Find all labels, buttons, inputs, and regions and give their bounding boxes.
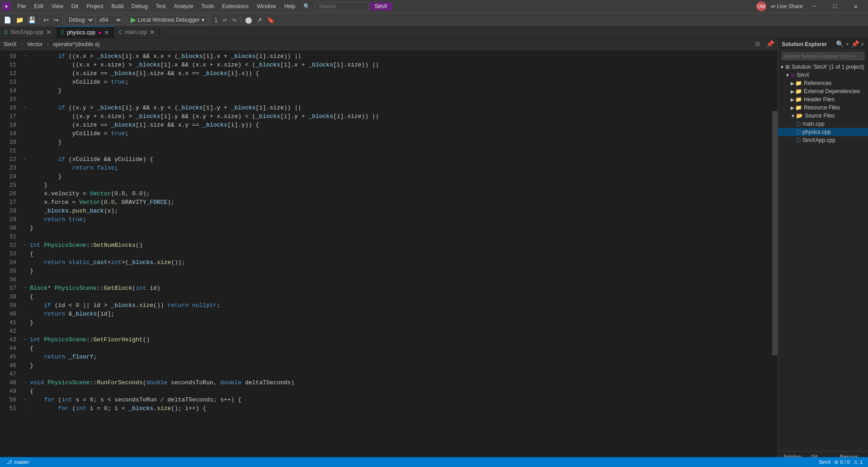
breakpoint-btn[interactable]: ⬤	[243, 15, 254, 24]
code-text: yCollide = true;	[30, 129, 128, 138]
tab-close-main[interactable]: ✕	[150, 28, 155, 36]
tab-close-physics[interactable]: ✕	[104, 29, 109, 36]
tree-label: Solution 'SimX' (1 of 1 project)	[792, 64, 864, 70]
fold-icon: −	[24, 396, 30, 404]
menu-project[interactable]: Project	[83, 2, 107, 10]
platform-select[interactable]: x64	[95, 15, 123, 25]
code-line	[24, 146, 772, 155]
config-select[interactable]: Debug	[65, 15, 94, 25]
se-pin-icon[interactable]: 📌	[851, 40, 859, 48]
code-text: x.velocity = Vector(0.0, 0.0);	[30, 189, 150, 198]
code-text: void PhysicsScene::RunForSeconds(double …	[30, 378, 294, 387]
menu-edit[interactable]: Edit	[30, 2, 47, 10]
live-share-btn[interactable]: ⇌ Live Share	[771, 3, 803, 9]
search-input[interactable]	[315, 2, 369, 11]
file-icon-simxapp: C	[5, 30, 8, 35]
undo-btn[interactable]: ↩	[42, 15, 51, 24]
tab-physics[interactable]: C physics.cpp ● ✕	[57, 26, 114, 38]
new-file-btn[interactable]: 📄	[2, 15, 13, 24]
code-line: − if (xCollide && yCollide) {	[24, 155, 772, 164]
tree-item-simx[interactable]: ▼◈SimX	[778, 71, 868, 79]
code-text: ((x.y + x.size) > _blocks[i].y && (x.y +…	[30, 112, 379, 121]
se-title: Solution Explorer	[782, 41, 827, 47]
se-search-icon[interactable]: 🔍	[836, 40, 844, 48]
tab-label-physics: physics.cpp	[67, 29, 95, 36]
split-editor-icon[interactable]: ⧉	[755, 41, 760, 48]
start-debug-btn[interactable]: ▶ Local Windows Debugger ▾	[127, 15, 208, 25]
tree-item-solution-'simx'-(1-of-1-project)[interactable]: ▼⊞Solution 'SimX' (1 of 1 project)	[778, 63, 868, 71]
menu-bar: ◈ File Edit View Git Project Build Debug…	[0, 0, 868, 13]
pin-icon[interactable]: 📌	[766, 40, 774, 48]
tree-item-source-files[interactable]: ▼📂Source Files	[778, 112, 868, 120]
tree-label: External Dependencies	[804, 88, 860, 94]
menu-build[interactable]: Build	[108, 2, 127, 10]
line-number: 44	[0, 344, 16, 353]
se-search-input[interactable]	[782, 52, 864, 60]
warning-count[interactable]: ⚠ 1	[852, 459, 864, 465]
line-number: 18	[0, 121, 16, 129]
line-number: 51	[0, 404, 16, 413]
tab-simxapp[interactable]: C SimXApp.cpp ✕	[0, 26, 57, 38]
line-number: 14	[0, 86, 16, 95]
line-number: 42	[0, 327, 16, 335]
toolbar-sep-3	[124, 16, 125, 24]
tab-close-simxapp[interactable]: ✕	[46, 28, 52, 36]
menu-debug[interactable]: Debug	[128, 2, 151, 10]
tree-item-references[interactable]: ▶📁References	[778, 79, 868, 87]
code-content[interactable]: − if ((x.x > _blocks[i].x && x.x < (_blo…	[20, 50, 772, 457]
redo-btn[interactable]: ↪	[52, 15, 61, 24]
tab-main[interactable]: C main.cpp ✕	[114, 26, 160, 38]
tree-item-main.cpp[interactable]: ⬡main.cpp	[778, 120, 868, 128]
tree-item-resource-files[interactable]: ▶📁Resource Files	[778, 104, 868, 112]
line-number: 26	[0, 189, 16, 198]
code-line: {	[24, 250, 772, 258]
tree-item-simxapp.cpp[interactable]: ⬡SimXApp.cpp	[778, 136, 868, 144]
save-file-btn[interactable]: 💾	[26, 15, 38, 24]
code-text	[30, 95, 33, 104]
code-text: }	[30, 172, 61, 181]
breadcrumb-right: operator*(double a)	[53, 41, 99, 47]
menu-test[interactable]: Test	[152, 2, 170, 10]
menu-tools[interactable]: Tools	[198, 2, 217, 10]
code-line: ((x.x + x.size) > _blocks[i].x && (x.x +…	[24, 61, 772, 69]
se-collapse-icon[interactable]: ▾	[845, 40, 849, 48]
code-text: for (int i = 0; i < _blocks.size(); i++)…	[30, 404, 206, 413]
code-line	[24, 95, 772, 104]
menu-extensions[interactable]: Extensions	[218, 2, 252, 10]
code-line	[24, 370, 772, 378]
tab-bar: C SimXApp.cpp ✕ C physics.cpp ● ✕ C main…	[0, 26, 868, 38]
menu-file[interactable]: File	[14, 2, 29, 10]
menu-help[interactable]: Help	[281, 2, 299, 10]
tree-item-header-files[interactable]: ▶📁Header Files	[778, 95, 868, 104]
open-file-btn[interactable]: 📁	[14, 15, 25, 24]
breadcrumb-root: SimX	[4, 41, 17, 47]
branch-status[interactable]: ⎇ master	[4, 459, 32, 465]
code-line: }	[24, 181, 772, 189]
step-out-btn[interactable]: ⤷	[230, 15, 239, 24]
code-text: return false;	[30, 164, 118, 172]
tree-item-external-dependencies[interactable]: ▶📁External Dependencies	[778, 87, 868, 95]
bookmark-btn[interactable]: 🔖	[265, 15, 276, 24]
minimap-thumb	[772, 111, 778, 355]
line-number: 50	[0, 396, 16, 404]
simx-status-label: SimX	[819, 459, 830, 465]
step-into-btn[interactable]: ⤶	[220, 15, 229, 24]
fold-icon: −	[24, 155, 30, 164]
tree-item-physics.cpp[interactable]: ⬡physics.cpp	[778, 128, 868, 136]
menu-view[interactable]: View	[48, 2, 67, 10]
menu-git[interactable]: Git	[68, 2, 82, 10]
menu-window[interactable]: Window	[253, 2, 280, 10]
code-editor[interactable]: 1011121314151617181920212223242526272829…	[0, 50, 778, 457]
step-over-btn[interactable]: ⤵	[212, 15, 219, 24]
se-close-icon[interactable]: ✕	[861, 40, 864, 48]
code-text: }	[30, 224, 33, 232]
menu-analyze[interactable]: Analyze	[170, 2, 197, 10]
code-line: _blocks.push_back(x);	[24, 207, 772, 215]
show-next-stmt[interactable]: ↗	[255, 15, 264, 24]
maximize-button[interactable]: □	[825, 0, 845, 13]
minimize-button[interactable]: ─	[804, 0, 825, 13]
code-text: ((x.x + x.size) > _blocks[i].x && (x.x +…	[30, 61, 379, 69]
code-line: return _floorY;	[24, 353, 772, 361]
close-button[interactable]: ✕	[845, 0, 866, 13]
error-count[interactable]: ⊘ 0 / 0	[832, 459, 851, 465]
